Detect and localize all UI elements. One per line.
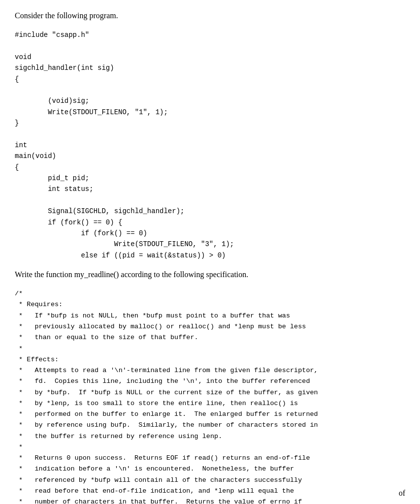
- intro-text: Consider the following program.: [15, 10, 405, 22]
- code-block: #include "csapp.h" void sigchld_handler(…: [15, 30, 405, 261]
- pagination: of: [399, 487, 405, 499]
- pagination-text: of: [399, 489, 405, 497]
- prose-middle-text: Write the function my_readline() accordi…: [15, 269, 405, 281]
- comment-block: /* * Requires: * If *bufp is not NULL, t…: [15, 288, 405, 504]
- page-content: Consider the following program. #include…: [15, 10, 405, 504]
